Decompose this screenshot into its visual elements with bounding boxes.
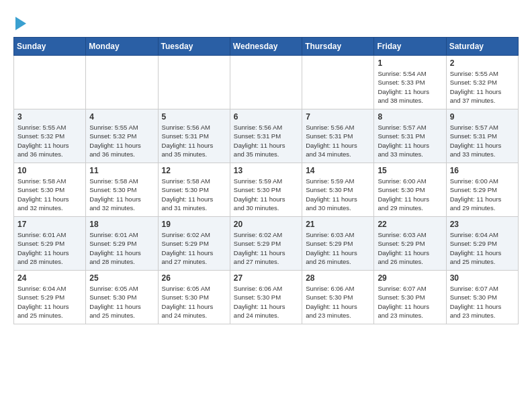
day-number: 23 [450,220,515,229]
calendar-cell: 26Sunrise: 6:05 AM Sunset: 5:30 PM Dayli… [158,271,230,324]
day-number: 4 [89,112,154,122]
calendar-cell: 18Sunrise: 6:01 AM Sunset: 5:29 PM Dayli… [86,217,158,271]
day-info: Sunrise: 6:02 AM Sunset: 5:29 PM Dayligh… [162,230,226,266]
calendar-cell: 20Sunrise: 6:02 AM Sunset: 5:29 PM Dayli… [230,217,302,271]
day-number: 3 [17,112,82,122]
weekday-header-wednesday: Wednesday [230,38,302,56]
day-info: Sunrise: 6:03 AM Sunset: 5:29 PM Dayligh… [306,230,370,266]
day-info: Sunrise: 6:04 AM Sunset: 5:29 PM Dayligh… [450,230,515,266]
day-info: Sunrise: 5:58 AM Sunset: 5:30 PM Dayligh… [162,177,226,212]
calendar-cell: 17Sunrise: 6:01 AM Sunset: 5:29 PM Dayli… [14,217,86,271]
calendar-cell: 6Sunrise: 5:56 AM Sunset: 5:31 PM Daylig… [230,109,302,163]
day-number: 2 [450,58,515,68]
calendar-week-3: 10Sunrise: 5:58 AM Sunset: 5:30 PM Dayli… [14,163,519,217]
day-info: Sunrise: 6:05 AM Sunset: 5:30 PM Dayligh… [89,284,154,320]
weekday-header-sunday: Sunday [14,38,86,56]
weekday-row: SundayMondayTuesdayWednesdayThursdayFrid… [14,38,519,56]
day-number: 1 [378,58,442,68]
calendar-cell [230,56,302,109]
day-info: Sunrise: 5:59 AM Sunset: 5:30 PM Dayligh… [306,177,370,212]
calendar-cell: 9Sunrise: 5:57 AM Sunset: 5:31 PM Daylig… [446,109,518,163]
calendar-week-2: 3Sunrise: 5:55 AM Sunset: 5:32 PM Daylig… [14,109,519,163]
day-number: 8 [378,112,442,122]
calendar-cell: 19Sunrise: 6:02 AM Sunset: 5:29 PM Dayli… [158,217,230,271]
day-number: 12 [162,166,226,175]
day-number: 14 [306,166,370,175]
calendar-cell: 27Sunrise: 6:06 AM Sunset: 5:30 PM Dayli… [230,271,302,324]
calendar-cell: 23Sunrise: 6:04 AM Sunset: 5:29 PM Dayli… [446,217,518,271]
day-info: Sunrise: 6:07 AM Sunset: 5:30 PM Dayligh… [450,284,515,320]
weekday-header-friday: Friday [374,38,446,56]
calendar-cell: 12Sunrise: 5:58 AM Sunset: 5:30 PM Dayli… [158,163,230,217]
day-info: Sunrise: 6:01 AM Sunset: 5:29 PM Dayligh… [17,230,82,266]
calendar-week-1: 1Sunrise: 5:54 AM Sunset: 5:33 PM Daylig… [14,56,519,109]
day-info: Sunrise: 5:59 AM Sunset: 5:30 PM Dayligh… [234,177,298,212]
day-number: 13 [234,166,298,175]
calendar-cell: 1Sunrise: 5:54 AM Sunset: 5:33 PM Daylig… [374,56,446,109]
calendar-cell: 5Sunrise: 5:56 AM Sunset: 5:31 PM Daylig… [158,109,230,163]
day-number: 22 [378,220,442,229]
day-info: Sunrise: 5:57 AM Sunset: 5:31 PM Dayligh… [378,123,442,158]
day-info: Sunrise: 6:06 AM Sunset: 5:30 PM Dayligh… [234,284,298,320]
day-number: 11 [89,166,154,175]
calendar-cell [158,56,230,109]
day-info: Sunrise: 5:57 AM Sunset: 5:31 PM Dayligh… [450,123,515,158]
day-info: Sunrise: 5:55 AM Sunset: 5:32 PM Dayligh… [450,69,515,105]
calendar-header: SundayMondayTuesdayWednesdayThursdayFrid… [14,38,519,56]
day-number: 28 [306,273,370,283]
day-number: 10 [17,166,82,175]
day-info: Sunrise: 6:04 AM Sunset: 5:29 PM Dayligh… [17,284,82,320]
calendar-week-5: 24Sunrise: 6:04 AM Sunset: 5:29 PM Dayli… [14,271,519,324]
calendar-cell: 22Sunrise: 6:03 AM Sunset: 5:29 PM Dayli… [374,217,446,271]
day-number: 9 [450,112,515,122]
calendar-cell: 14Sunrise: 5:59 AM Sunset: 5:30 PM Dayli… [302,163,374,217]
logo [13,13,26,30]
day-number: 16 [450,166,515,175]
weekday-header-monday: Monday [86,38,158,56]
calendar-body: 1Sunrise: 5:54 AM Sunset: 5:33 PM Daylig… [14,56,519,324]
calendar-cell: 7Sunrise: 5:56 AM Sunset: 5:31 PM Daylig… [302,109,374,163]
logo-arrow-icon [15,17,26,30]
day-info: Sunrise: 5:55 AM Sunset: 5:32 PM Dayligh… [17,123,82,158]
day-info: Sunrise: 5:54 AM Sunset: 5:33 PM Dayligh… [378,69,442,105]
calendar-cell: 2Sunrise: 5:55 AM Sunset: 5:32 PM Daylig… [446,56,518,109]
calendar-cell: 10Sunrise: 5:58 AM Sunset: 5:30 PM Dayli… [14,163,86,217]
weekday-header-tuesday: Tuesday [158,38,230,56]
day-number: 15 [378,166,442,175]
day-info: Sunrise: 5:56 AM Sunset: 5:31 PM Dayligh… [306,123,370,158]
calendar-cell: 28Sunrise: 6:06 AM Sunset: 5:30 PM Dayli… [302,271,374,324]
day-number: 19 [162,220,226,229]
day-number: 5 [162,112,226,122]
calendar-cell: 21Sunrise: 6:03 AM Sunset: 5:29 PM Dayli… [302,217,374,271]
day-number: 18 [89,220,154,229]
day-info: Sunrise: 6:03 AM Sunset: 5:29 PM Dayligh… [378,230,442,266]
day-number: 27 [234,273,298,283]
calendar-cell [14,56,86,109]
calendar-week-4: 17Sunrise: 6:01 AM Sunset: 5:29 PM Dayli… [14,217,519,271]
day-number: 20 [234,220,298,229]
day-info: Sunrise: 6:00 AM Sunset: 5:29 PM Dayligh… [450,177,515,212]
day-info: Sunrise: 5:58 AM Sunset: 5:30 PM Dayligh… [17,177,82,212]
day-info: Sunrise: 5:55 AM Sunset: 5:32 PM Dayligh… [89,123,154,158]
day-number: 21 [306,220,370,229]
calendar-cell: 11Sunrise: 5:58 AM Sunset: 5:30 PM Dayli… [86,163,158,217]
calendar-cell: 16Sunrise: 6:00 AM Sunset: 5:29 PM Dayli… [446,163,518,217]
day-info: Sunrise: 6:07 AM Sunset: 5:30 PM Dayligh… [378,284,442,320]
calendar-cell: 25Sunrise: 6:05 AM Sunset: 5:30 PM Dayli… [86,271,158,324]
day-info: Sunrise: 6:05 AM Sunset: 5:30 PM Dayligh… [162,284,226,320]
calendar-cell: 8Sunrise: 5:57 AM Sunset: 5:31 PM Daylig… [374,109,446,163]
day-info: Sunrise: 5:56 AM Sunset: 5:31 PM Dayligh… [234,123,298,158]
page-header [13,13,519,30]
calendar-cell: 24Sunrise: 6:04 AM Sunset: 5:29 PM Dayli… [14,271,86,324]
weekday-header-thursday: Thursday [302,38,374,56]
calendar-cell: 15Sunrise: 6:00 AM Sunset: 5:30 PM Dayli… [374,163,446,217]
calendar-cell [302,56,374,109]
calendar-cell: 30Sunrise: 6:07 AM Sunset: 5:30 PM Dayli… [446,271,518,324]
calendar-cell: 4Sunrise: 5:55 AM Sunset: 5:32 PM Daylig… [86,109,158,163]
calendar-table: SundayMondayTuesdayWednesdayThursdayFrid… [13,37,519,324]
day-number: 6 [234,112,298,122]
day-number: 24 [17,273,82,283]
day-number: 29 [378,273,442,283]
day-number: 26 [162,273,226,283]
calendar-cell [86,56,158,109]
